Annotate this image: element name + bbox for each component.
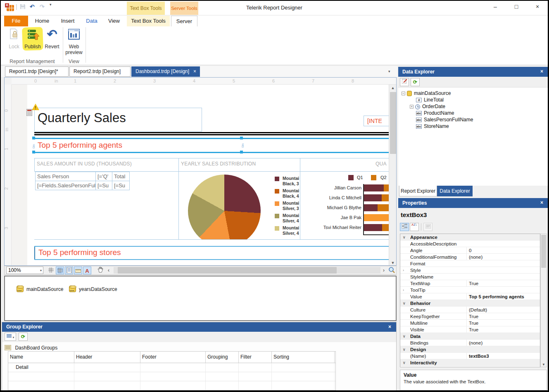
- scroll-down-icon[interactable]: ▼: [389, 260, 397, 266]
- collapse-icon[interactable]: ∨: [403, 359, 408, 366]
- group-table-row[interactable]: [8, 390, 335, 392]
- scrollbar-thumb[interactable]: [541, 235, 546, 268]
- properties-header[interactable]: Properties ×: [398, 198, 548, 208]
- scroll-up-icon[interactable]: ▲: [389, 85, 397, 91]
- group-list-dropdown-icon[interactable]: ▾: [5, 333, 16, 341]
- tree-expander-icon[interactable]: +: [410, 105, 414, 109]
- pie-chart[interactable]: MountaiBlack, 3MountaiBlack, 4MountaiSil…: [178, 172, 300, 239]
- zoom-magnifier-icon[interactable]: [388, 267, 395, 276]
- property-grid[interactable]: ∨AppearanceAccessibleDescriptionAngle0Co…: [400, 234, 540, 367]
- property-row[interactable]: (Name)textBox3: [400, 353, 540, 359]
- close-icon[interactable]: ×: [540, 200, 543, 205]
- edit-datasource-icon[interactable]: [400, 78, 409, 86]
- crosstab-cell[interactable]: [=Fields.SalesPersonFull: [35, 181, 96, 190]
- scroll-left-icon[interactable]: ‹: [108, 267, 109, 273]
- close-icon[interactable]: ×: [540, 68, 543, 74]
- group-table-row[interactable]: Detail: [8, 363, 335, 372]
- group-column-header[interactable]: Footer: [140, 352, 206, 363]
- property-pages-icon[interactable]: [423, 223, 433, 231]
- property-value[interactable]: Top 5 performing agents: [466, 293, 539, 300]
- property-row[interactable]: StyleName: [400, 274, 540, 280]
- tab-server[interactable]: Server: [171, 16, 197, 26]
- selection-border-bottom[interactable]: [34, 152, 392, 153]
- group-root-item[interactable]: DashBoard Groups: [5, 344, 57, 351]
- property-category-row[interactable]: ∨Behavior: [400, 300, 540, 307]
- hscroll-thumb[interactable]: [118, 267, 337, 274]
- data-explorer-header[interactable]: Data Explorer ×: [398, 67, 548, 77]
- property-category-row[interactable]: ∨Appearance: [400, 234, 540, 241]
- caption-cell-quarterly[interactable]: QUA: [300, 158, 397, 172]
- property-value[interactable]: (Default): [466, 307, 539, 313]
- collapse-icon[interactable]: ∨: [403, 300, 408, 307]
- property-row[interactable]: ValueTop 5 performing agents: [400, 293, 540, 300]
- doctab-list-dropdown-icon[interactable]: ▾: [388, 69, 390, 73]
- property-row[interactable]: ConditionalFormatting(none): [400, 254, 540, 260]
- property-row[interactable]: KeepTogetherTrue: [400, 313, 540, 320]
- doctab-dashboard[interactable]: Dashboard.trdp [Design] ×: [131, 66, 200, 77]
- property-row[interactable]: AccessibleDescription: [400, 241, 540, 247]
- revert-button[interactable]: ↶ Revert: [43, 28, 61, 50]
- ruler-toggle-icon[interactable]: [74, 267, 82, 274]
- zoom-dropdown-icon[interactable]: ▾: [40, 269, 42, 272]
- doctab-close-icon[interactable]: ×: [193, 67, 196, 76]
- tab-data-explorer[interactable]: Data Explorer: [437, 186, 473, 196]
- snap-to-grid-icon[interactable]: [56, 267, 64, 274]
- tab-view[interactable]: View: [103, 16, 125, 26]
- property-row[interactable]: VisibleTrue: [400, 326, 540, 333]
- close-icon[interactable]: ×: [388, 324, 391, 330]
- tree-item-orderdate[interactable]: +OrderDate: [401, 103, 548, 110]
- pan-hand-icon[interactable]: [96, 267, 105, 274]
- crosstab-cell[interactable]: Total: [112, 172, 130, 181]
- property-value[interactable]: True: [466, 280, 539, 287]
- canvas-vertical-scrollbar[interactable]: ▲ ▼: [389, 85, 397, 266]
- tree-item-storename[interactable]: abcStoreName: [401, 123, 548, 130]
- alphabetical-sort-icon[interactable]: AZ↓: [410, 223, 419, 231]
- property-value[interactable]: True: [466, 313, 539, 320]
- property-row[interactable]: ›ToolTip: [400, 287, 540, 293]
- property-value[interactable]: True: [466, 326, 539, 333]
- property-row[interactable]: Format: [400, 260, 540, 267]
- stores-heading-textbox[interactable]: Top 5 performing stores: [34, 247, 397, 259]
- publish-button[interactable]: Publish: [23, 28, 42, 50]
- group-column-header[interactable]: Sorting: [272, 352, 335, 363]
- property-grid-scrollbar[interactable]: ▼: [540, 234, 547, 367]
- property-row[interactable]: Culture(Default): [400, 307, 540, 313]
- selection-handle[interactable]: [32, 151, 35, 153]
- bar-chart[interactable]: Q1 Q2 Jillian CarsonLinda C MitchellMich…: [300, 172, 397, 239]
- group-column-header[interactable]: Name: [8, 352, 74, 363]
- minimize-button[interactable]: –: [489, 3, 501, 12]
- property-value[interactable]: 0: [466, 247, 539, 254]
- collapse-icon[interactable]: ∨: [403, 346, 408, 353]
- property-value[interactable]: (none): [466, 340, 539, 346]
- tree-expander-icon[interactable]: −: [402, 92, 405, 95]
- agents-heading-textbox[interactable]: Top 5 performing agents: [34, 139, 392, 152]
- tab-insert[interactable]: Insert: [56, 16, 79, 26]
- group-column-header[interactable]: Header: [74, 352, 140, 363]
- property-value[interactable]: textBox3: [466, 353, 539, 359]
- tree-item-maindatasource[interactable]: −mainDataSource: [401, 90, 548, 97]
- categorized-view-icon[interactable]: [400, 223, 409, 231]
- doctab-report1[interactable]: Report1.trdp [Design]*: [5, 66, 69, 77]
- crosstab-cell[interactable]: [='Q': [95, 172, 112, 181]
- property-row[interactable]: MultilineTrue: [400, 320, 540, 326]
- expression-icon[interactable]: [26, 109, 32, 116]
- design-canvas[interactable]: 0in12345678 0in123 ! Quarterly Sales [IN…: [4, 77, 397, 266]
- group-column-header[interactable]: Grouping: [206, 352, 239, 363]
- property-category-row[interactable]: ∨Interactivity: [400, 359, 540, 366]
- property-category-row[interactable]: ∨Design: [400, 346, 540, 353]
- group-table-row[interactable]: [8, 381, 335, 390]
- property-row[interactable]: Bindings(none): [400, 340, 540, 346]
- selection-handle[interactable]: [240, 137, 243, 139]
- grid-toggle-icon[interactable]: [47, 267, 55, 274]
- refresh-icon[interactable]: ⟳: [19, 333, 28, 341]
- crosstab-cell[interactable]: [=Su: [112, 181, 130, 190]
- caption-cell-yearly-distribution[interactable]: YEARLY SALES DISTRIBUTION: [178, 158, 300, 172]
- group-table-row[interactable]: [8, 372, 335, 381]
- expand-icon[interactable]: ›: [403, 287, 408, 293]
- separator-rule[interactable]: [34, 134, 397, 135]
- tab-textbox-tools[interactable]: Text Box Tools: [127, 16, 170, 26]
- tab-home[interactable]: Home: [31, 16, 54, 26]
- selection-handle[interactable]: [32, 137, 35, 139]
- tab-file[interactable]: File: [4, 16, 28, 26]
- crosstab-cell[interactable]: Sales Person: [35, 172, 96, 181]
